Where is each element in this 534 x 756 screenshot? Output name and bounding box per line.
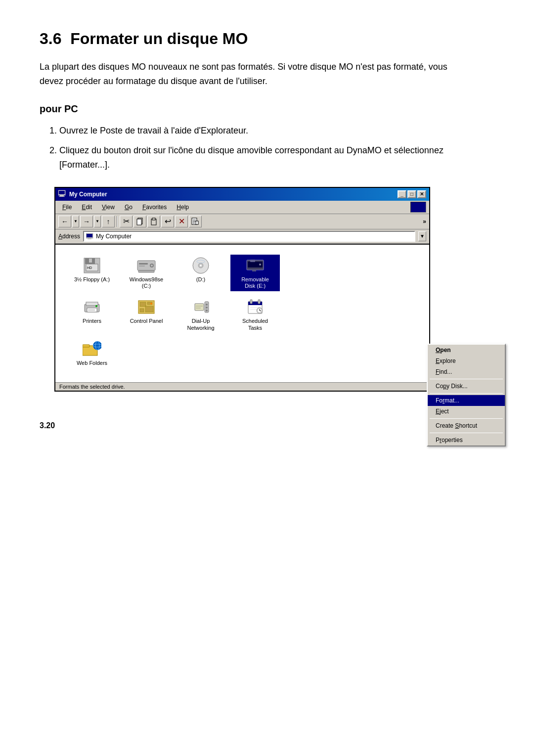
restore-button[interactable]: □ — [407, 190, 416, 198]
titlebar-computer-icon — [58, 190, 66, 198]
context-sep-1 — [430, 379, 503, 379]
floppy-icon-img: HD — [82, 257, 102, 274]
context-sep-3 — [430, 418, 503, 419]
back-dropdown[interactable]: ▼ — [72, 216, 79, 227]
svg-point-29 — [200, 265, 202, 267]
section-title: 3.6 Formater un disque MO — [40, 30, 494, 48]
context-menu: Open Explore Find... Copy Disk... Format… — [427, 344, 506, 446]
svg-rect-25 — [139, 266, 145, 267]
status-text: Formats the selected drive. — [59, 384, 125, 390]
page-number: 3.20 — [40, 421, 494, 430]
context-format[interactable]: Format... — [428, 395, 505, 406]
cut-button[interactable]: ✂ — [120, 216, 133, 227]
webfolders-label: Web Folders — [77, 360, 107, 366]
svg-point-35 — [259, 264, 261, 266]
icon-webfolders[interactable]: Web Folders — [67, 338, 117, 368]
dialup-icon-img — [191, 298, 211, 316]
cpanel-icon-img — [136, 298, 156, 316]
address-label: Address — [58, 233, 80, 240]
svg-rect-12 — [196, 221, 198, 224]
copy-button[interactable] — [134, 216, 146, 227]
svg-point-46 — [150, 303, 152, 305]
undo-button[interactable]: ↩ — [161, 216, 174, 227]
floppy-label: 3½ Floppy (A:) — [74, 276, 110, 283]
icon-cdrom[interactable]: (D:) — [176, 255, 225, 291]
icon-control-panel[interactable]: Control Panel — [122, 296, 171, 333]
svg-rect-3 — [59, 196, 65, 197]
svg-rect-2 — [60, 195, 64, 196]
menu-view[interactable]: View — [98, 203, 119, 212]
svg-rect-42 — [140, 302, 146, 307]
win98-screenshot: My Computer _ □ ✕ File Edit View Go Favo… — [54, 187, 430, 392]
menu-go[interactable]: Go — [121, 203, 136, 212]
section-number: 3.6 — [40, 30, 61, 47]
menu-help[interactable]: Help — [173, 203, 193, 212]
menu-favorites[interactable]: Favorites — [138, 203, 171, 212]
svg-rect-33 — [250, 260, 255, 262]
icon-dialup[interactable]: Dial-UpNetworking — [176, 296, 225, 333]
toolbar-chevron[interactable]: » — [423, 218, 426, 225]
context-eject[interactable]: Eject — [428, 406, 505, 417]
icon-hdd[interactable]: Windows98se(C:) — [122, 255, 171, 291]
address-bar: Address My Computer ▼ — [55, 229, 429, 244]
icon-printers[interactable]: Printers — [67, 296, 117, 333]
svg-rect-40 — [88, 310, 95, 311]
cpanel-label: Control Panel — [130, 318, 163, 324]
printers-icon-img — [82, 298, 102, 316]
menubar: File Edit View Go Favorites Help — [55, 201, 429, 214]
address-value: My Computer — [96, 233, 132, 240]
menu-edit[interactable]: Edit — [78, 203, 96, 212]
icon-removable[interactable]: RemovableDisk (E:) — [230, 255, 280, 291]
svg-rect-57 — [258, 300, 260, 304]
svg-point-53 — [206, 310, 208, 311]
toolbar: ← ▼ → ▼ ↑ ✂ ↩ ✕ — [55, 214, 429, 229]
intro-paragraph: La plupart des disques MO nouveaux ne so… — [40, 60, 465, 89]
titlebar-buttons[interactable]: _ □ ✕ — [398, 190, 426, 198]
svg-rect-34 — [252, 270, 256, 271]
content-area: HD 3½ Floppy (A:) Window — [55, 244, 429, 382]
address-dropdown[interactable]: ▼ — [418, 231, 426, 241]
paste-button[interactable] — [147, 216, 160, 227]
svg-point-52 — [206, 307, 208, 309]
icon-scheduled[interactable]: ScheduledTasks — [230, 296, 280, 333]
titlebar-title: My Computer — [69, 191, 107, 198]
hdd-icon-img — [136, 257, 156, 274]
cdrom-icon-img — [191, 257, 211, 274]
step-1: Ouvrez le Poste de travail à l'aide d'Ex… — [59, 124, 465, 138]
svg-rect-56 — [250, 300, 252, 304]
status-bar: Formats the selected drive. — [55, 382, 429, 391]
svg-rect-15 — [88, 238, 91, 239]
scheduled-label: ScheduledTasks — [242, 318, 268, 331]
delete-button[interactable]: ✕ — [175, 216, 188, 227]
svg-rect-44 — [140, 309, 144, 312]
svg-rect-45 — [145, 306, 153, 312]
context-find[interactable]: Find... — [428, 366, 505, 377]
menu-file[interactable]: File — [58, 203, 76, 212]
svg-rect-7 — [152, 218, 155, 220]
context-open[interactable]: Open — [428, 345, 505, 356]
back-button[interactable]: ← — [58, 216, 71, 227]
step-2: Cliquez du bouton droit sur l'icône du d… — [59, 143, 465, 172]
close-button[interactable]: ✕ — [417, 190, 426, 198]
icons-grid: HD 3½ Floppy (A:) Window — [63, 251, 421, 372]
context-properties[interactable]: Properties — [428, 435, 505, 445]
up-button[interactable]: ↑ — [102, 216, 115, 227]
context-createshortcut[interactable]: Create Shortcut — [428, 420, 505, 431]
address-input[interactable]: My Computer — [83, 231, 415, 242]
hdd-label: Windows98se(C:) — [130, 276, 163, 289]
context-explore[interactable]: Explore — [428, 356, 505, 366]
svg-rect-48 — [196, 306, 203, 307]
context-copydisk[interactable]: Copy Disk... — [428, 381, 505, 392]
removable-icon-img — [245, 257, 265, 274]
svg-rect-65 — [83, 345, 89, 347]
svg-rect-49 — [196, 308, 201, 309]
minimize-button[interactable]: _ — [398, 190, 406, 198]
forward-dropdown[interactable]: ▼ — [94, 216, 101, 227]
properties-button[interactable] — [189, 216, 202, 227]
forward-button[interactable]: → — [80, 216, 93, 227]
icon-floppy[interactable]: HD 3½ Floppy (A:) — [67, 255, 117, 291]
subsection-title: pour PC — [40, 103, 494, 115]
svg-point-23 — [151, 265, 153, 267]
svg-rect-5 — [137, 219, 141, 225]
svg-rect-47 — [195, 304, 204, 311]
